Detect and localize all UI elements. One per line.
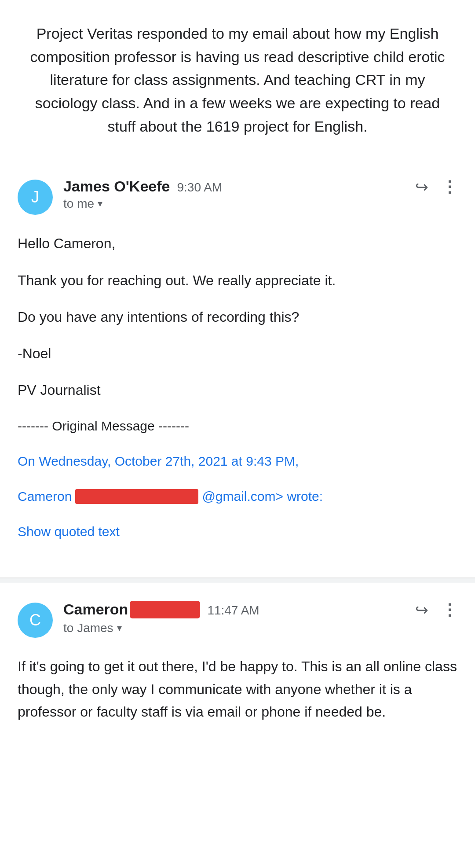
reply-icon[interactable]: ↩ <box>415 178 428 196</box>
email-actions-james: ↩ ⋮ <box>415 178 457 196</box>
signature-line-2: PV Journalist <box>18 379 457 401</box>
intro-text: Project Veritas responded to my email ab… <box>0 0 475 160</box>
recipient-row-james: to me ▾ <box>63 197 415 211</box>
email-body-james: Hello Cameron, Thank you for reaching ou… <box>18 224 457 577</box>
sender-info-james: James O'Keefe 9:30 AM to me ▾ <box>63 178 415 211</box>
greeting: Hello Cameron, <box>18 232 457 255</box>
more-icon-2[interactable]: ⋮ <box>442 601 457 619</box>
body-para-1: Thank you for reaching out. We really ap… <box>18 269 457 292</box>
cameron-body: If it's going to get it out there, I'd b… <box>18 655 457 723</box>
redacted-name-blob <box>130 601 200 618</box>
sender-name-james: James O'Keefe <box>63 178 170 195</box>
reply-icon-2[interactable]: ↩ <box>415 601 428 619</box>
show-quoted-text[interactable]: Show quoted text <box>18 521 457 542</box>
email-header-james: J James O'Keefe 9:30 AM to me ▾ ↩ ⋮ <box>18 178 457 215</box>
email-cameron: C Cameron 11:47 AM to James ▾ ↩ ⋮ If it'… <box>0 583 475 758</box>
signature-line-1: -Noel <box>18 342 457 365</box>
original-message-label: ------- Original Message ------- <box>18 416 457 437</box>
redacted-email-bar <box>75 489 198 504</box>
original-from-suffix: @gmail.com> wrote: <box>202 486 323 507</box>
chevron-down-icon-2[interactable]: ▾ <box>117 622 122 634</box>
recipient-cameron: to James <box>63 621 113 635</box>
timestamp-james: 9:30 AM <box>177 180 222 195</box>
email-actions-cameron: ↩ ⋮ <box>415 601 457 619</box>
original-message-from: Cameron @gmail.com> wrote: <box>18 486 457 507</box>
more-icon[interactable]: ⋮ <box>442 178 457 196</box>
email-divider <box>0 578 475 583</box>
original-message-date: On Wednesday, October 27th, 2021 at 9:43… <box>18 451 457 472</box>
chevron-down-icon[interactable]: ▾ <box>98 198 102 210</box>
sender-name-row: James O'Keefe 9:30 AM <box>63 178 415 195</box>
sender-info-cameron: Cameron 11:47 AM to James ▾ <box>63 601 415 635</box>
recipient-james: to me <box>63 197 94 211</box>
email-header-cameron: C Cameron 11:47 AM to James ▾ ↩ ⋮ <box>18 601 457 638</box>
original-from-prefix: Cameron <box>18 486 72 507</box>
avatar-james: J <box>18 180 53 215</box>
recipient-row-cameron: to James ▾ <box>63 621 415 635</box>
sender-name-cameron: Cameron <box>63 601 200 619</box>
avatar-cameron: C <box>18 603 53 638</box>
body-para-2: Do you have any intentions of recording … <box>18 306 457 328</box>
email-body-cameron: If it's going to get it out there, I'd b… <box>18 647 457 741</box>
email-james: J James O'Keefe 9:30 AM to me ▾ ↩ ⋮ Hell… <box>0 160 475 578</box>
sender-name-row-cameron: Cameron 11:47 AM <box>63 601 415 619</box>
timestamp-cameron: 11:47 AM <box>207 603 259 618</box>
